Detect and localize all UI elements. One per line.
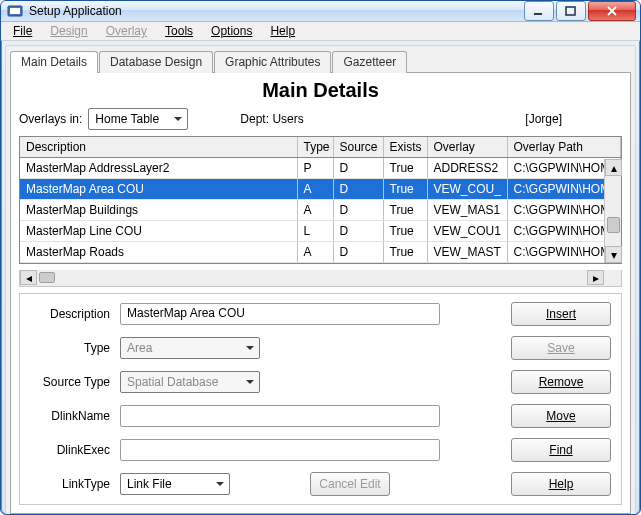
col-description[interactable]: Description xyxy=(20,137,297,158)
cancel-edit-button[interactable]: Cancel Edit xyxy=(310,472,390,496)
description-label: Description xyxy=(30,307,120,321)
hscroll-thumb[interactable] xyxy=(39,272,55,283)
minimize-button[interactable] xyxy=(524,1,554,21)
col-source[interactable]: Source xyxy=(333,137,383,158)
window-buttons xyxy=(524,1,636,21)
svg-rect-2 xyxy=(534,13,542,15)
move-button[interactable]: Move xyxy=(511,404,611,428)
table-row[interactable]: MasterMap Roads A D True VEW_MAST C:\GGP… xyxy=(20,242,621,263)
find-button[interactable]: Find xyxy=(511,438,611,462)
dept-label: Dept: Users xyxy=(240,112,303,126)
close-button[interactable] xyxy=(588,1,636,21)
menu-file[interactable]: File xyxy=(5,22,40,40)
col-overlay-path[interactable]: Overlay Path xyxy=(507,137,621,158)
overlays-in-label: Overlays in: xyxy=(19,112,82,126)
source-type-select[interactable]: Spatial Database xyxy=(120,371,260,393)
help-button[interactable]: Help xyxy=(511,472,611,496)
table-row[interactable]: MasterMap Line COU L D True VEW_COU1 C:\… xyxy=(20,221,621,242)
col-type[interactable]: Type xyxy=(297,137,333,158)
menu-overlay[interactable]: Overlay xyxy=(98,22,155,40)
save-button[interactable]: Save xyxy=(511,336,611,360)
grid: Description Type Source Exists Overlay O… xyxy=(19,136,622,264)
dlinkname-label: DlinkName xyxy=(30,409,120,423)
menu-options[interactable]: Options xyxy=(203,22,260,40)
tab-graphic-attributes[interactable]: Graphic Attributes xyxy=(214,51,331,73)
scroll-thumb[interactable] xyxy=(607,217,620,233)
tab-database-design[interactable]: Database Design xyxy=(99,51,213,73)
content-area: Main Details Database Design Graphic Att… xyxy=(5,45,636,515)
window-title: Setup Application xyxy=(29,4,524,18)
menu-help[interactable]: Help xyxy=(262,22,303,40)
table-row[interactable]: MasterMap AddressLayer2 P D True ADDRESS… xyxy=(20,158,621,179)
menu-tools[interactable]: Tools xyxy=(157,22,201,40)
form-area: Description MasterMap Area COU Insert Ty… xyxy=(19,293,622,505)
type-label: Type xyxy=(30,341,120,355)
maximize-button[interactable] xyxy=(556,1,586,21)
dlinkexec-input[interactable] xyxy=(120,439,440,461)
grid-horizontal-scrollbar[interactable]: ◂ ▸ xyxy=(19,270,622,287)
app-window: Setup Application File Design Overlay To… xyxy=(0,0,641,515)
grid-table[interactable]: Description Type Source Exists Overlay O… xyxy=(20,137,621,263)
remove-button[interactable]: Remove xyxy=(511,370,611,394)
menu-design[interactable]: Design xyxy=(42,22,95,40)
col-exists[interactable]: Exists xyxy=(383,137,427,158)
tab-gazetteer[interactable]: Gazetteer xyxy=(332,51,407,73)
titlebar: Setup Application xyxy=(1,1,640,22)
panel-main-details: Main Details Overlays in: Home Table Dep… xyxy=(10,72,631,514)
col-overlay[interactable]: Overlay xyxy=(427,137,507,158)
svg-rect-3 xyxy=(566,7,575,15)
page-title: Main Details xyxy=(19,79,622,102)
table-row[interactable]: MasterMap Area COU A D True VEW_COU_ C:\… xyxy=(20,179,621,200)
description-input[interactable]: MasterMap Area COU xyxy=(120,303,440,325)
tab-main-details[interactable]: Main Details xyxy=(10,51,98,73)
dlinkexec-label: DlinkExec xyxy=(30,443,120,457)
insert-button[interactable]: Insert xyxy=(511,302,611,326)
menubar: File Design Overlay Tools Options Help xyxy=(1,22,640,41)
overlays-in-value: Home Table xyxy=(95,112,159,126)
grid-header: Description Type Source Exists Overlay O… xyxy=(20,137,621,158)
table-row[interactable]: MasterMap Buildings A D True VEW_MAS1 C:… xyxy=(20,200,621,221)
svg-rect-1 xyxy=(10,8,20,14)
scroll-up-icon[interactable]: ▴ xyxy=(605,159,622,176)
app-icon xyxy=(7,3,23,19)
overlays-row: Overlays in: Home Table Dept: Users [Jor… xyxy=(19,108,622,130)
linktype-select[interactable]: Link File xyxy=(120,473,230,495)
source-type-label: Source Type xyxy=(30,375,120,389)
type-select[interactable]: Area xyxy=(120,337,260,359)
overlays-in-select[interactable]: Home Table xyxy=(88,108,188,130)
scroll-down-icon[interactable]: ▾ xyxy=(605,246,622,263)
scroll-right-icon[interactable]: ▸ xyxy=(587,270,604,285)
scroll-left-icon[interactable]: ◂ xyxy=(20,270,37,285)
tabstrip: Main Details Database Design Graphic Att… xyxy=(6,47,635,73)
user-bracket: [Jorge] xyxy=(525,112,562,126)
grid-vertical-scrollbar[interactable]: ▴ ▾ xyxy=(604,159,621,263)
linktype-label: LinkType xyxy=(30,477,120,491)
dlinkname-input[interactable] xyxy=(120,405,440,427)
